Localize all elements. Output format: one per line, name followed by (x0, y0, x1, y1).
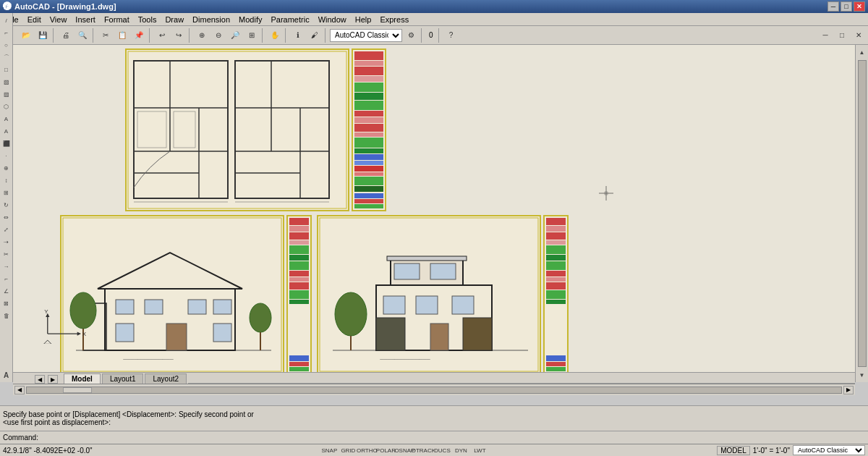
fillet-btn[interactable]: ⌐ (1, 273, 12, 284)
menu-view[interactable]: View (46, 14, 72, 25)
menu-edit[interactable]: Edit (23, 14, 46, 25)
undo-button[interactable]: ↩ (154, 28, 170, 43)
title-bar-controls[interactable]: ─ □ ✕ (827, 1, 865, 12)
extend-btn[interactable]: → (1, 261, 12, 272)
scale-btn[interactable]: ⤢ (1, 224, 12, 235)
preview-button[interactable]: 🔍 (75, 28, 90, 43)
cut-button[interactable]: ✂ (98, 28, 114, 43)
leg-bar-17 (354, 172, 383, 177)
app-minimize-button[interactable]: ─ (827, 1, 839, 12)
explode-btn[interactable]: ⊠ (1, 297, 12, 309)
app-close-button[interactable]: ✕ (854, 1, 865, 12)
paste-button[interactable]: 📌 (131, 28, 147, 43)
zoom-realtime-btn[interactable]: ⊕ (194, 28, 210, 43)
ducs-btn[interactable]: DUCS (434, 445, 450, 455)
polar-btn[interactable]: POLAR (378, 445, 393, 455)
command-input[interactable] (40, 434, 865, 442)
doc-minimize-btn[interactable]: ─ (817, 28, 833, 43)
hscroll-track[interactable] (26, 387, 842, 394)
draw-region-btn[interactable]: ⬡ (1, 101, 12, 112)
tab-model[interactable]: Model (64, 373, 101, 384)
menu-modify[interactable]: Modify (234, 14, 266, 25)
zoom-extents-btn[interactable]: ⊞ (244, 28, 260, 43)
draw-hatch-btn[interactable]: ▧ (1, 76, 12, 88)
leg-bar-11 (354, 132, 383, 137)
scroll-down-btn[interactable]: ▼ (856, 369, 868, 381)
menu-insert[interactable]: Insert (71, 14, 100, 25)
redo-button[interactable]: ↪ (171, 28, 187, 43)
move-btn[interactable]: ↕ (1, 174, 12, 186)
copy-objects-btn[interactable]: ⊞ (1, 187, 12, 198)
menu-tools[interactable]: Tools (134, 14, 161, 25)
erl-bar-7 (546, 261, 566, 270)
svg-rect-27 (213, 300, 231, 314)
open-button[interactable]: 📂 (18, 28, 34, 43)
doc-maximize-btn[interactable]: □ (834, 28, 850, 43)
osnap-btn[interactable]: OSNAP (396, 445, 412, 455)
copy-button[interactable]: 📋 (114, 28, 130, 43)
ortho-btn[interactable]: ORTHO (359, 445, 375, 455)
match-properties-btn[interactable]: 🖌 (307, 28, 323, 43)
menu-express[interactable]: Express (375, 14, 413, 25)
leg-bar-14 (354, 154, 383, 160)
snap-btn[interactable]: SNAP (321, 445, 337, 455)
rotate-btn[interactable]: ↻ (1, 199, 12, 211)
workspace-select[interactable]: AutoCAD Classic (330, 29, 402, 42)
chamfer-btn[interactable]: ∠ (1, 285, 12, 297)
elevation-left-legend (286, 215, 312, 374)
insert-block-btn[interactable]: ⬛ (1, 138, 12, 149)
leg-bar-6 (354, 93, 383, 100)
app-maximize-button[interactable]: □ (841, 1, 852, 12)
save-button[interactable]: 💾 (35, 28, 51, 43)
hscroll-right-btn[interactable]: ▶ (843, 386, 854, 394)
menu-dimension[interactable]: Dimension (188, 14, 234, 25)
mirror-btn[interactable]: ⇔ (1, 211, 12, 223)
erase-btn[interactable]: 🗑 (1, 310, 12, 321)
draw-line-btn[interactable]: / (1, 14, 12, 26)
print-button[interactable]: 🖨 (58, 28, 74, 43)
tab-scroll-right[interactable]: ▶ (48, 375, 58, 384)
leg-bar-5 (354, 83, 383, 93)
doc-close-btn[interactable]: ✕ (851, 28, 867, 43)
dyn-btn[interactable]: DYN (453, 445, 469, 455)
otrack-btn[interactable]: OTRACK (415, 445, 431, 455)
hscroll-thumb[interactable] (63, 387, 92, 393)
tab-layout1[interactable]: Layout1 (102, 373, 144, 384)
tab-layout2[interactable]: Layout2 (145, 373, 187, 384)
axis-indicator: Y X (35, 308, 93, 344)
draw-arc-btn[interactable]: ⌒ (1, 51, 12, 63)
tab-scroll-left[interactable]: ◀ (35, 375, 45, 384)
draw-text-btn[interactable]: A (1, 113, 12, 124)
zoom-previous-btn[interactable]: ⊖ (210, 28, 226, 43)
menu-window[interactable]: Window (314, 14, 351, 25)
draw-circle-btn[interactable]: ○ (1, 39, 12, 51)
construct-btn[interactable]: ⊕ (1, 162, 12, 174)
ell-bar-4 (289, 240, 309, 245)
pan-button[interactable]: ✋ (267, 28, 283, 43)
leg-bar-13 (354, 148, 383, 154)
menu-format[interactable]: Format (100, 14, 134, 25)
point-btn[interactable]: · (1, 150, 12, 161)
grid-btn[interactable]: GRID (340, 445, 356, 455)
draw-rect-btn[interactable]: □ (1, 64, 12, 75)
leg-bar-12 (354, 138, 383, 148)
stretch-btn[interactable]: ⇢ (1, 236, 12, 248)
hscroll-left-btn[interactable]: ◀ (14, 386, 25, 394)
workspace-bottom-select[interactable]: AutoCAD Classic (793, 445, 865, 455)
canvas-area[interactable]: ────────────── (13, 45, 855, 384)
trim-btn[interactable]: ✂ (1, 248, 12, 260)
menu-help[interactable]: Help (351, 14, 376, 25)
scroll-up-btn[interactable]: ▲ (856, 46, 868, 58)
zoom-window-btn[interactable]: 🔎 (227, 28, 243, 43)
lw-btn[interactable]: LWT (472, 445, 488, 455)
workspace-settings-btn[interactable]: ⚙ (403, 28, 419, 43)
draw-mtext-btn[interactable]: A (1, 125, 12, 137)
svg-rect-50 (376, 318, 405, 350)
draw-gradient-btn[interactable]: ▨ (1, 88, 12, 100)
command-bar[interactable]: Command: (0, 431, 868, 444)
menu-parametric[interactable]: Parametric (266, 14, 313, 25)
properties-button[interactable]: ℹ (290, 28, 306, 43)
menu-draw[interactable]: Draw (161, 14, 188, 25)
draw-polyline-btn[interactable]: ⌐ (1, 27, 12, 38)
help-button[interactable]: ? (443, 28, 459, 43)
